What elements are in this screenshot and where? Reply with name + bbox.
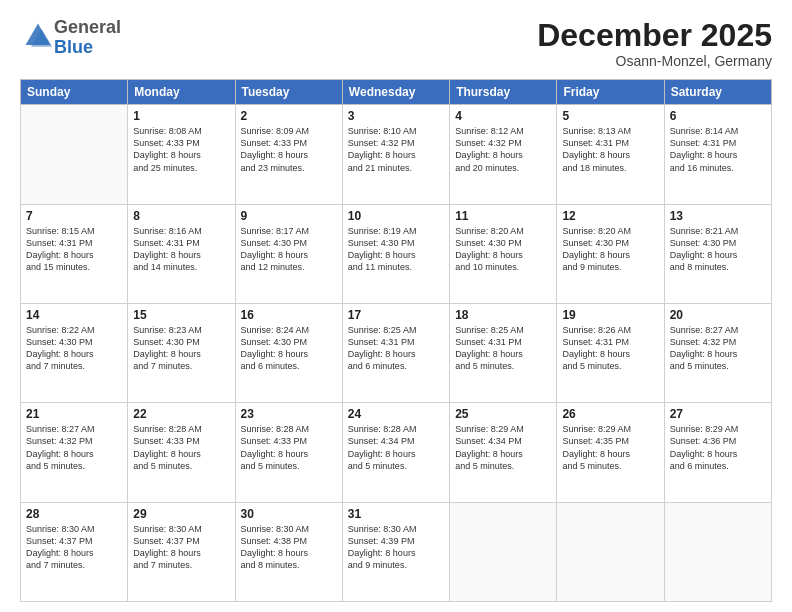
day-of-week-tuesday: Tuesday	[235, 80, 342, 105]
days-of-week-row: SundayMondayTuesdayWednesdayThursdayFrid…	[21, 80, 772, 105]
calendar-cell: 16Sunrise: 8:24 AM Sunset: 4:30 PM Dayli…	[235, 303, 342, 402]
calendar-cell: 14Sunrise: 8:22 AM Sunset: 4:30 PM Dayli…	[21, 303, 128, 402]
calendar-cell: 29Sunrise: 8:30 AM Sunset: 4:37 PM Dayli…	[128, 502, 235, 601]
day-of-week-sunday: Sunday	[21, 80, 128, 105]
month-year: December 2025	[537, 18, 772, 53]
day-number: 12	[562, 209, 658, 223]
day-number: 24	[348, 407, 444, 421]
day-info: Sunrise: 8:13 AM Sunset: 4:31 PM Dayligh…	[562, 125, 658, 174]
calendar-cell: 22Sunrise: 8:28 AM Sunset: 4:33 PM Dayli…	[128, 403, 235, 502]
day-number: 17	[348, 308, 444, 322]
header: General Blue December 2025 Osann-Monzel,…	[20, 18, 772, 69]
calendar-cell: 27Sunrise: 8:29 AM Sunset: 4:36 PM Dayli…	[664, 403, 771, 502]
day-info: Sunrise: 8:25 AM Sunset: 4:31 PM Dayligh…	[455, 324, 551, 373]
day-info: Sunrise: 8:10 AM Sunset: 4:32 PM Dayligh…	[348, 125, 444, 174]
calendar-cell: 9Sunrise: 8:17 AM Sunset: 4:30 PM Daylig…	[235, 204, 342, 303]
day-info: Sunrise: 8:19 AM Sunset: 4:30 PM Dayligh…	[348, 225, 444, 274]
calendar-cell: 31Sunrise: 8:30 AM Sunset: 4:39 PM Dayli…	[342, 502, 449, 601]
day-info: Sunrise: 8:12 AM Sunset: 4:32 PM Dayligh…	[455, 125, 551, 174]
calendar-cell: 23Sunrise: 8:28 AM Sunset: 4:33 PM Dayli…	[235, 403, 342, 502]
calendar-cell: 25Sunrise: 8:29 AM Sunset: 4:34 PM Dayli…	[450, 403, 557, 502]
day-number: 13	[670, 209, 766, 223]
logo-blue-text: Blue	[54, 37, 93, 57]
calendar-header: SundayMondayTuesdayWednesdayThursdayFrid…	[21, 80, 772, 105]
day-of-week-friday: Friday	[557, 80, 664, 105]
calendar-cell: 20Sunrise: 8:27 AM Sunset: 4:32 PM Dayli…	[664, 303, 771, 402]
day-number: 19	[562, 308, 658, 322]
calendar-cell: 26Sunrise: 8:29 AM Sunset: 4:35 PM Dayli…	[557, 403, 664, 502]
calendar-week-4: 21Sunrise: 8:27 AM Sunset: 4:32 PM Dayli…	[21, 403, 772, 502]
day-number: 1	[133, 109, 229, 123]
day-number: 2	[241, 109, 337, 123]
day-number: 8	[133, 209, 229, 223]
day-number: 28	[26, 507, 122, 521]
day-info: Sunrise: 8:23 AM Sunset: 4:30 PM Dayligh…	[133, 324, 229, 373]
calendar-cell: 21Sunrise: 8:27 AM Sunset: 4:32 PM Dayli…	[21, 403, 128, 502]
calendar-cell: 24Sunrise: 8:28 AM Sunset: 4:34 PM Dayli…	[342, 403, 449, 502]
day-info: Sunrise: 8:30 AM Sunset: 4:38 PM Dayligh…	[241, 523, 337, 572]
day-number: 5	[562, 109, 658, 123]
title-block: December 2025 Osann-Monzel, Germany	[537, 18, 772, 69]
day-of-week-wednesday: Wednesday	[342, 80, 449, 105]
day-info: Sunrise: 8:30 AM Sunset: 4:37 PM Dayligh…	[133, 523, 229, 572]
calendar-cell: 11Sunrise: 8:20 AM Sunset: 4:30 PM Dayli…	[450, 204, 557, 303]
calendar-cell: 2Sunrise: 8:09 AM Sunset: 4:33 PM Daylig…	[235, 105, 342, 204]
day-info: Sunrise: 8:25 AM Sunset: 4:31 PM Dayligh…	[348, 324, 444, 373]
day-info: Sunrise: 8:17 AM Sunset: 4:30 PM Dayligh…	[241, 225, 337, 274]
day-number: 6	[670, 109, 766, 123]
day-number: 29	[133, 507, 229, 521]
day-info: Sunrise: 8:14 AM Sunset: 4:31 PM Dayligh…	[670, 125, 766, 174]
day-number: 4	[455, 109, 551, 123]
day-info: Sunrise: 8:29 AM Sunset: 4:35 PM Dayligh…	[562, 423, 658, 472]
calendar-cell: 15Sunrise: 8:23 AM Sunset: 4:30 PM Dayli…	[128, 303, 235, 402]
calendar-table: SundayMondayTuesdayWednesdayThursdayFrid…	[20, 79, 772, 602]
day-info: Sunrise: 8:20 AM Sunset: 4:30 PM Dayligh…	[562, 225, 658, 274]
logo-icon	[22, 20, 54, 52]
calendar-week-5: 28Sunrise: 8:30 AM Sunset: 4:37 PM Dayli…	[21, 502, 772, 601]
day-number: 9	[241, 209, 337, 223]
day-number: 16	[241, 308, 337, 322]
day-number: 20	[670, 308, 766, 322]
day-number: 22	[133, 407, 229, 421]
day-info: Sunrise: 8:08 AM Sunset: 4:33 PM Dayligh…	[133, 125, 229, 174]
day-number: 25	[455, 407, 551, 421]
calendar-cell: 1Sunrise: 8:08 AM Sunset: 4:33 PM Daylig…	[128, 105, 235, 204]
calendar-cell: 3Sunrise: 8:10 AM Sunset: 4:32 PM Daylig…	[342, 105, 449, 204]
page: General Blue December 2025 Osann-Monzel,…	[0, 0, 792, 612]
calendar-cell	[664, 502, 771, 601]
day-number: 3	[348, 109, 444, 123]
day-info: Sunrise: 8:09 AM Sunset: 4:33 PM Dayligh…	[241, 125, 337, 174]
calendar-cell: 19Sunrise: 8:26 AM Sunset: 4:31 PM Dayli…	[557, 303, 664, 402]
calendar-cell: 6Sunrise: 8:14 AM Sunset: 4:31 PM Daylig…	[664, 105, 771, 204]
day-info: Sunrise: 8:27 AM Sunset: 4:32 PM Dayligh…	[670, 324, 766, 373]
calendar-body: 1Sunrise: 8:08 AM Sunset: 4:33 PM Daylig…	[21, 105, 772, 602]
calendar-cell: 10Sunrise: 8:19 AM Sunset: 4:30 PM Dayli…	[342, 204, 449, 303]
day-info: Sunrise: 8:27 AM Sunset: 4:32 PM Dayligh…	[26, 423, 122, 472]
day-number: 14	[26, 308, 122, 322]
day-info: Sunrise: 8:15 AM Sunset: 4:31 PM Dayligh…	[26, 225, 122, 274]
day-number: 26	[562, 407, 658, 421]
day-info: Sunrise: 8:29 AM Sunset: 4:34 PM Dayligh…	[455, 423, 551, 472]
calendar-cell: 13Sunrise: 8:21 AM Sunset: 4:30 PM Dayli…	[664, 204, 771, 303]
calendar-cell: 4Sunrise: 8:12 AM Sunset: 4:32 PM Daylig…	[450, 105, 557, 204]
calendar-cell	[557, 502, 664, 601]
day-number: 21	[26, 407, 122, 421]
calendar-cell	[21, 105, 128, 204]
day-info: Sunrise: 8:22 AM Sunset: 4:30 PM Dayligh…	[26, 324, 122, 373]
day-info: Sunrise: 8:16 AM Sunset: 4:31 PM Dayligh…	[133, 225, 229, 274]
calendar-cell	[450, 502, 557, 601]
calendar-cell: 30Sunrise: 8:30 AM Sunset: 4:38 PM Dayli…	[235, 502, 342, 601]
day-info: Sunrise: 8:26 AM Sunset: 4:31 PM Dayligh…	[562, 324, 658, 373]
day-info: Sunrise: 8:21 AM Sunset: 4:30 PM Dayligh…	[670, 225, 766, 274]
calendar-week-2: 7Sunrise: 8:15 AM Sunset: 4:31 PM Daylig…	[21, 204, 772, 303]
day-number: 18	[455, 308, 551, 322]
calendar-cell: 8Sunrise: 8:16 AM Sunset: 4:31 PM Daylig…	[128, 204, 235, 303]
calendar-cell: 12Sunrise: 8:20 AM Sunset: 4:30 PM Dayli…	[557, 204, 664, 303]
day-info: Sunrise: 8:29 AM Sunset: 4:36 PM Dayligh…	[670, 423, 766, 472]
day-number: 10	[348, 209, 444, 223]
logo-general-text: General	[54, 17, 121, 37]
day-info: Sunrise: 8:28 AM Sunset: 4:33 PM Dayligh…	[241, 423, 337, 472]
day-info: Sunrise: 8:28 AM Sunset: 4:33 PM Dayligh…	[133, 423, 229, 472]
day-number: 15	[133, 308, 229, 322]
calendar-cell: 17Sunrise: 8:25 AM Sunset: 4:31 PM Dayli…	[342, 303, 449, 402]
